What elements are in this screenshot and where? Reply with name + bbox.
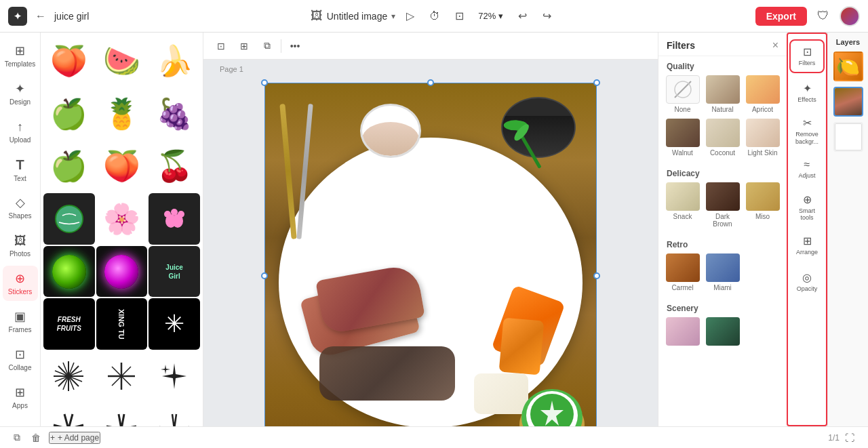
fullscreen-button[interactable]: ⛶ [842,431,857,445]
layer-item-2[interactable] [833,87,863,117]
sticker-fresh-fruits[interactable]: FRESHFRUITS [43,298,95,350]
sticker-pink-glow[interactable] [96,246,148,298]
opacity-icon: ◎ [802,271,812,284]
sidebar-item-design[interactable]: ✦ Design [3,76,38,111]
filter-darkbrown[interactable]: Dark Brown [704,181,741,229]
layer-item-3[interactable] [833,122,863,152]
sticker-xingtu[interactable]: XING TU [96,298,148,350]
sidebar-item-apps[interactable]: ⊞ Apps [3,380,38,415]
doc-icon: 🖼 [311,9,323,23]
copy-button[interactable]: ⧉ [11,430,23,445]
clock-button[interactable]: ⏱ [424,5,446,27]
effects-tool-icon: ✦ [803,82,812,95]
sticker-green-apple[interactable]: 🍏 [43,88,95,140]
sticker-peach[interactable]: 🍑 [43,35,95,87]
filter-none[interactable]: None [664,74,701,115]
crop-tool[interactable]: ⊡ [212,37,231,56]
sidebar-item-templates[interactable]: ⊞ Templates [3,38,38,73]
play-button[interactable]: ▷ [399,5,421,27]
sidebar-label-design: Design [9,98,31,106]
rt-effects[interactable]: ✦ Effects [789,76,825,110]
resize-button[interactable]: ⊡ [448,5,470,27]
sidebar-item-frames[interactable]: ▣ Frames [3,304,38,339]
rt-arrange[interactable]: ⊞ Arrange [789,228,825,262]
filters-title: Filters [667,40,695,51]
rt-filters-label: Filters [799,60,816,67]
sidebar-label-apps: Apps [12,402,28,409]
sticker-asterisk[interactable]: ✳ [149,298,200,350]
adjust-icon: ≈ [804,159,810,171]
sticker-ball[interactable] [43,193,95,245]
filter-coconut[interactable]: Coconut [704,117,741,158]
more-options[interactable]: ••• [285,37,304,56]
back-button[interactable]: ← [33,7,49,25]
sidebar-item-stickers[interactable]: ⊕ Stickers [3,266,38,301]
sticker-pineapple[interactable]: 🍍 [96,88,148,140]
sticker-watermelon[interactable]: 🍉 [96,35,148,87]
sidebar-item-text[interactable]: T Text [3,152,38,187]
delicacy-filter-grid: Snack Dark Brown Miso [658,181,787,235]
filter-apricot[interactable]: Apricot [744,74,781,115]
filter-walnut[interactable]: Walnut [664,117,701,158]
filter-scenery2[interactable] [704,316,741,349]
sticker-cross2[interactable] [96,404,148,426]
rt-remove-bg[interactable]: ✂ Remove backgr... [789,113,825,150]
handle-mr[interactable] [593,272,600,279]
sticker-green-glow[interactable] [43,246,95,298]
filter-scenery1-thumb [666,317,700,346]
filters-close-button[interactable]: × [772,39,778,52]
rt-opacity[interactable]: ◎ Opacity [789,265,825,299]
handle-tl[interactable] [261,79,268,86]
handle-tm[interactable] [427,79,434,86]
sticker-apple2[interactable]: 🍏 [43,140,95,192]
filter-carmel[interactable]: Carmel [664,252,701,293]
delete-button[interactable]: 🗑 [28,431,43,445]
filter-miso[interactable]: Miso [744,181,781,229]
export-button[interactable]: Export [755,7,807,26]
project-name[interactable]: juice girl [54,11,89,22]
doc-dropdown-chevron[interactable]: ▾ [391,12,395,21]
rt-smart-tools[interactable]: ⊕ Smart tools [789,189,825,226]
filter-lightskin[interactable]: Light Skin [744,117,781,158]
sticker-cross1[interactable] [43,404,95,426]
shield-icon-button[interactable]: 🛡 [812,5,834,27]
delicacy-section-label: Delicacy [658,163,787,181]
zoom-control[interactable]: 72% ▾ [473,8,509,24]
filters-tool-icon: ⊡ [803,45,812,58]
rt-adjust[interactable]: ≈ Adjust [789,152,825,186]
canvas-wrapper: Page 1 [203,60,658,426]
sticker-peach2[interactable]: 🍑 [96,140,148,192]
sticker-starburst1[interactable] [43,351,95,403]
undo-button[interactable]: ↩ [511,5,533,27]
filter-snack[interactable]: Snack [664,181,701,229]
layout-tool[interactable]: ⊞ [235,37,254,56]
rt-arrange-label: Arrange [796,249,818,256]
topbar-right: Export 🛡 [656,5,860,27]
sticker-paws[interactable] [149,193,200,245]
filter-natural[interactable]: Natural [704,74,741,115]
handle-ml[interactable] [261,272,268,279]
flip-tool[interactable]: ⧉ [258,37,277,56]
filter-scenery1[interactable] [664,316,701,349]
user-avatar[interactable] [840,6,860,26]
sticker-flower[interactable]: 🌸 [96,193,148,245]
redo-button[interactable]: ↪ [536,5,557,27]
sidebar-item-shapes[interactable]: ◇ Shapes [3,190,38,225]
add-page-button[interactable]: + + Add page [49,432,100,444]
sidebar-item-upload[interactable]: ↑ Upload [3,114,38,149]
sidebar-item-collage[interactable]: ⊡ Collage [3,342,38,377]
handle-tr[interactable] [593,79,600,86]
sticker-starburst2[interactable] [96,351,148,403]
rt-filters[interactable]: ⊡ Filters [789,39,825,73]
canvas-frame[interactable] [264,83,597,426]
sticker-cross3[interactable] [149,404,200,426]
layer-item-1[interactable]: 🍋 [833,52,863,81]
sidebar-item-photos[interactable]: 🖼 Photos [3,228,38,263]
sticker-sparkles[interactable] [149,351,200,403]
sticker-teal-label[interactable]: JuiceGirl [149,246,200,298]
sticker-cherries[interactable]: 🍒 [149,140,200,192]
sticker-grapes[interactable]: 🍇 [149,88,200,140]
filter-miami[interactable]: Miami [704,252,741,293]
app-logo[interactable]: ✦ [8,7,27,26]
sticker-banana[interactable]: 🍌 [149,35,200,87]
